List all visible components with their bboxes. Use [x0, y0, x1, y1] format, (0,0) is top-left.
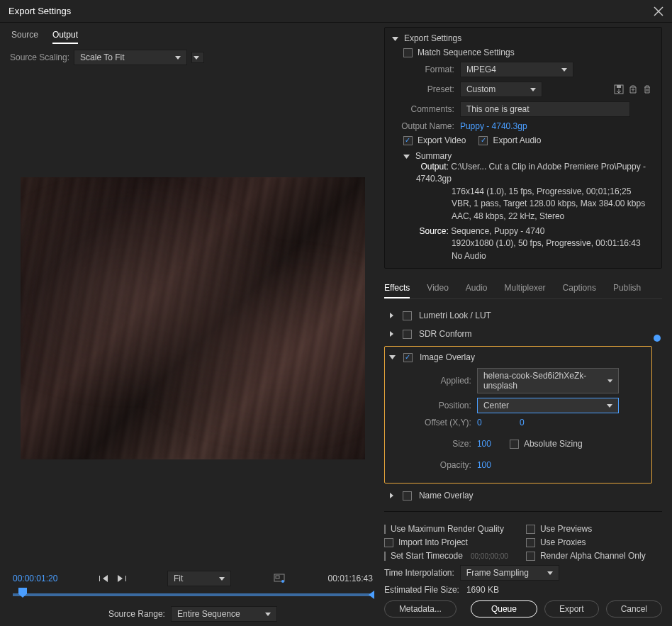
- preset-label: Preset:: [392, 84, 460, 94]
- svg-line-0: [654, 7, 663, 16]
- export-settings-twirl[interactable]: Export Settings: [392, 33, 654, 43]
- size-label: Size:: [399, 439, 477, 449]
- queue-button[interactable]: Queue: [471, 600, 537, 617]
- lumetri-checkbox[interactable]: [403, 311, 412, 320]
- set-start-tc-label: Set Start Timecode: [391, 551, 463, 561]
- svg-marker-21: [547, 571, 553, 575]
- sdr-checkbox[interactable]: [403, 330, 412, 339]
- source-range-dropdown[interactable]: Entire Sequence: [171, 606, 277, 622]
- absolute-sizing-checkbox[interactable]: [510, 440, 519, 449]
- svg-marker-9: [392, 37, 398, 41]
- sdr-label: SDR Conform: [419, 329, 472, 339]
- format-dropdown[interactable]: MPEG4: [460, 62, 573, 77]
- time-interp-label: Time Interpolation:: [384, 568, 454, 578]
- time-interp-value: Frame Sampling: [466, 568, 529, 578]
- aspect-ratio-button[interactable]: [272, 571, 286, 586]
- step-buttons: [99, 575, 126, 582]
- svg-rect-6: [276, 576, 279, 579]
- step-forward-button[interactable]: [118, 575, 123, 582]
- tab-audio[interactable]: Audio: [466, 279, 488, 298]
- current-timecode[interactable]: 00:00:01:20: [13, 574, 57, 583]
- import-project-checkbox[interactable]: [384, 538, 393, 547]
- close-button[interactable]: [654, 6, 663, 16]
- export-settings-group: Export Settings Match Sequence Settings …: [384, 27, 662, 269]
- render-alpha-checkbox[interactable]: [526, 552, 535, 561]
- use-previews-label: Use Previews: [540, 524, 592, 534]
- timecode-row: 00:00:01:20 Fit 00:01:16:43: [10, 571, 376, 586]
- image-overlay-section: Image Overlay Applied: helena-cook-Sed6i…: [384, 346, 652, 484]
- tab-publish[interactable]: Publish: [613, 279, 641, 298]
- import-preset-button[interactable]: [626, 82, 640, 96]
- summary-output-label: Output:: [416, 161, 449, 173]
- position-dropdown[interactable]: Center: [477, 398, 619, 413]
- use-proxies-checkbox[interactable]: [526, 538, 535, 547]
- source-scaling-extra-dropdown[interactable]: [191, 52, 204, 63]
- step-back-button[interactable]: [103, 575, 108, 582]
- max-quality-checkbox[interactable]: [384, 525, 386, 534]
- svg-marker-14: [403, 155, 410, 159]
- name-overlay-checkbox[interactable]: [403, 491, 412, 501]
- applied-dropdown[interactable]: helena-cook-Sed6i2hXeZk-unsplash: [477, 368, 619, 393]
- image-overlay-checkbox[interactable]: [403, 353, 413, 362]
- tab-effects[interactable]: Effects: [384, 279, 410, 298]
- comments-input[interactable]: This one is great: [460, 101, 630, 117]
- step-back-bar: [99, 576, 100, 581]
- svg-marker-8: [265, 613, 271, 616]
- tab-video[interactable]: Video: [427, 279, 448, 298]
- preview-area: [10, 69, 376, 566]
- time-interp-dropdown[interactable]: Frame Sampling: [460, 565, 559, 581]
- lumetri-section[interactable]: Lumetri Look / LUT: [384, 306, 652, 325]
- svg-line-1: [654, 7, 663, 16]
- tab-source[interactable]: Source: [11, 27, 38, 44]
- source-scaling-value: Scale To Fit: [80, 52, 124, 62]
- chevron-down-icon: [389, 352, 396, 362]
- tab-captions[interactable]: Captions: [563, 279, 596, 298]
- preset-value: Custom: [466, 84, 495, 94]
- zoom-fit-dropdown[interactable]: Fit: [167, 571, 231, 586]
- video-preview[interactable]: [21, 177, 365, 459]
- delete-preset-button[interactable]: [640, 82, 654, 96]
- source-range-label: Source Range:: [108, 609, 165, 619]
- output-name-link[interactable]: Puppy - 4740.3gp: [460, 121, 527, 131]
- svg-marker-3: [194, 56, 199, 60]
- source-range-row: Source Range: Entire Sequence: [10, 606, 376, 622]
- export-button[interactable]: Export: [544, 600, 599, 617]
- summary-label: Summary: [415, 151, 452, 161]
- svg-rect-13: [617, 85, 621, 88]
- svg-marker-18: [607, 379, 612, 383]
- svg-marker-15: [390, 313, 393, 318]
- sdr-section[interactable]: SDR Conform: [384, 325, 652, 343]
- export-audio-checkbox[interactable]: [478, 136, 488, 145]
- image-overlay-header[interactable]: Image Overlay: [389, 351, 647, 364]
- use-proxies-label: Use Proxies: [540, 537, 586, 547]
- offset-y-input[interactable]: 0: [520, 418, 541, 427]
- set-start-tc-checkbox[interactable]: [384, 552, 386, 561]
- export-settings-header: Export Settings: [404, 33, 461, 43]
- preview-panel: Source Output Source Scaling: Scale To F…: [0, 23, 380, 626]
- summary-twirl[interactable]: Summary: [403, 151, 654, 161]
- cancel-button[interactable]: Cancel: [606, 600, 662, 617]
- step-fwd-bar: [125, 576, 126, 581]
- est-size-label: Estimated File Size:: [384, 585, 459, 595]
- summary-source-label: Source:: [416, 225, 449, 237]
- preview-tabs: Source Output: [11, 27, 376, 44]
- timeline[interactable]: [13, 588, 373, 600]
- save-preset-button[interactable]: [612, 82, 626, 96]
- source-scaling-dropdown[interactable]: Scale To Fit: [74, 50, 187, 65]
- scrollbar-thumb-indicator[interactable]: [654, 335, 661, 342]
- opacity-input[interactable]: 100: [477, 460, 498, 470]
- effects-scroll[interactable]: Lumetri Look / LUT SDR Conform Image Ove…: [384, 306, 662, 507]
- metadata-button[interactable]: Metadata...: [384, 600, 457, 617]
- preset-dropdown[interactable]: Custom: [460, 82, 542, 97]
- offset-x-input[interactable]: 0: [477, 418, 498, 427]
- opacity-label: Opacity:: [399, 460, 477, 470]
- tab-output[interactable]: Output: [52, 27, 78, 44]
- use-previews-checkbox[interactable]: [526, 525, 535, 534]
- timeline-out-mark[interactable]: [369, 591, 374, 599]
- export-video-checkbox[interactable]: [403, 136, 413, 145]
- match-sequence-checkbox[interactable]: [403, 48, 413, 57]
- chevron-right-icon: [388, 491, 396, 501]
- name-overlay-section[interactable]: Name Overlay: [384, 486, 652, 505]
- tab-multiplexer[interactable]: Multiplexer: [505, 279, 546, 298]
- size-input[interactable]: 100: [477, 439, 498, 449]
